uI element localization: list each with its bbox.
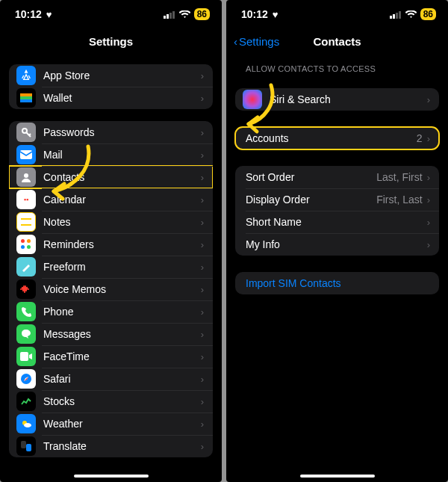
signal-icon bbox=[390, 10, 402, 19]
section-header: Allow Contacts to Access bbox=[235, 54, 439, 78]
reminders-icon bbox=[16, 235, 36, 254]
svg-point-9 bbox=[24, 173, 28, 178]
chevron-right-icon: › bbox=[201, 284, 204, 295]
row-label: Weather bbox=[43, 418, 201, 430]
signal-icon bbox=[164, 10, 175, 19]
home-indicator[interactable] bbox=[300, 475, 375, 478]
chevron-right-icon: › bbox=[201, 418, 204, 430]
row-my-info[interactable]: My Info› bbox=[235, 233, 439, 256]
row-facetime[interactable]: FaceTime› bbox=[9, 345, 213, 368]
row-sort-order[interactable]: Sort OrderLast, First› bbox=[235, 166, 439, 188]
row-label: Accounts bbox=[246, 132, 417, 144]
row-calendar[interactable]: ▪▪Calendar› bbox=[9, 188, 213, 211]
back-button[interactable]: ‹ Settings bbox=[234, 35, 279, 48]
svg-rect-8 bbox=[20, 150, 32, 159]
svg-rect-0 bbox=[164, 16, 166, 19]
row-notes[interactable]: Notes› bbox=[9, 211, 213, 233]
row-display-order[interactable]: Display OrderFirst, Last› bbox=[235, 188, 439, 211]
svg-rect-10 bbox=[20, 352, 28, 361]
row-value: Last, First bbox=[376, 171, 422, 183]
row-translate[interactable]: Translate› bbox=[9, 435, 213, 457]
row-label: Freeform bbox=[43, 261, 201, 273]
chevron-right-icon: › bbox=[201, 239, 204, 250]
svg-rect-6 bbox=[20, 99, 32, 102]
facetime-icon bbox=[16, 347, 36, 366]
row-value: 2 bbox=[417, 132, 423, 144]
chevron-right-icon: › bbox=[427, 194, 430, 206]
svg-rect-1 bbox=[167, 14, 169, 19]
chevron-right-icon: › bbox=[427, 172, 430, 183]
chevron-right-icon: › bbox=[201, 374, 204, 385]
appstore-icon bbox=[16, 66, 36, 85]
chevron-right-icon: › bbox=[427, 133, 430, 144]
row-phone[interactable]: Phone› bbox=[9, 300, 213, 323]
row-safari[interactable]: Safari› bbox=[9, 368, 213, 390]
chevron-right-icon: › bbox=[201, 93, 204, 104]
row-label: Messages bbox=[43, 328, 201, 340]
row-wallet[interactable]: Wallet› bbox=[9, 87, 213, 109]
messages-icon bbox=[16, 324, 36, 344]
chevron-right-icon: › bbox=[201, 194, 204, 206]
weather-icon bbox=[16, 414, 36, 433]
translate-icon bbox=[16, 436, 36, 456]
heart-icon: ♥ bbox=[46, 9, 52, 20]
chevron-right-icon: › bbox=[201, 396, 204, 407]
row-import-sim[interactable]: Import SIM Contacts bbox=[235, 272, 439, 294]
row-label: Import SIM Contacts bbox=[246, 277, 430, 289]
page-title: Settings bbox=[89, 35, 133, 48]
chevron-left-icon: ‹ bbox=[234, 35, 237, 48]
row-stocks[interactable]: Stocks› bbox=[9, 390, 213, 413]
wallet-icon bbox=[16, 88, 36, 108]
row-value: First, Last bbox=[376, 194, 422, 206]
row-label: Mail bbox=[43, 149, 201, 161]
row-contacts[interactable]: Contacts› bbox=[9, 166, 213, 188]
row-reminders[interactable]: Reminders› bbox=[9, 233, 213, 256]
voicememos-icon bbox=[16, 279, 36, 299]
chevron-right-icon: › bbox=[201, 127, 204, 138]
status-time: 10:12 bbox=[241, 8, 268, 20]
svg-rect-15 bbox=[26, 444, 31, 451]
status-time: 10:12 bbox=[15, 8, 42, 20]
battery-icon: 86 bbox=[420, 8, 436, 20]
row-label: Display Order bbox=[246, 194, 376, 206]
svg-rect-16 bbox=[390, 16, 392, 19]
row-short-name[interactable]: Short Name› bbox=[235, 211, 439, 233]
chevron-right-icon: › bbox=[201, 329, 204, 340]
chevron-right-icon: › bbox=[201, 217, 204, 228]
chevron-right-icon: › bbox=[427, 94, 430, 105]
row-label: App Store bbox=[43, 69, 201, 81]
status-bar: 10:12 ♥ 86 bbox=[0, 0, 222, 28]
stocks-icon bbox=[16, 392, 36, 411]
safari-icon bbox=[16, 369, 36, 389]
row-freeform[interactable]: Freeform› bbox=[9, 256, 213, 278]
home-indicator[interactable] bbox=[74, 475, 149, 478]
chevron-right-icon: › bbox=[427, 217, 430, 228]
status-bar: 10:12 ♥ 86 bbox=[226, 0, 448, 28]
contacts-settings-screen: 10:12 ♥ 86 ‹ Settings Contacts Allow Con… bbox=[226, 0, 448, 482]
svg-rect-4 bbox=[20, 93, 32, 96]
svg-rect-18 bbox=[396, 13, 398, 19]
chevron-right-icon: › bbox=[201, 441, 204, 452]
row-label: Wallet bbox=[43, 92, 201, 104]
row-siri-search[interactable]: Siri & Search › bbox=[235, 88, 439, 111]
navbar: Settings bbox=[0, 28, 222, 54]
navbar: ‹ Settings Contacts bbox=[226, 28, 448, 54]
row-passwords[interactable]: Passwords› bbox=[9, 121, 213, 143]
row-accounts[interactable]: Accounts 2 › bbox=[235, 127, 439, 149]
chevron-right-icon: › bbox=[201, 149, 204, 161]
row-label: Calendar bbox=[43, 194, 201, 206]
row-mail[interactable]: Mail› bbox=[9, 143, 213, 166]
svg-rect-19 bbox=[399, 11, 401, 19]
row-weather[interactable]: Weather› bbox=[9, 413, 213, 435]
row-label: Short Name bbox=[246, 216, 427, 228]
row-messages[interactable]: Messages› bbox=[9, 323, 213, 345]
row-appstore[interactable]: App Store› bbox=[9, 64, 213, 87]
calendar-icon: ▪▪ bbox=[16, 190, 36, 209]
row-voicememos[interactable]: Voice Memos› bbox=[9, 278, 213, 300]
siri-icon bbox=[243, 90, 262, 109]
row-label: Siri & Search bbox=[270, 93, 427, 105]
freeform-icon bbox=[16, 257, 36, 276]
chevron-right-icon: › bbox=[201, 262, 204, 273]
wifi-icon bbox=[179, 10, 190, 19]
chevron-right-icon: › bbox=[201, 306, 204, 318]
